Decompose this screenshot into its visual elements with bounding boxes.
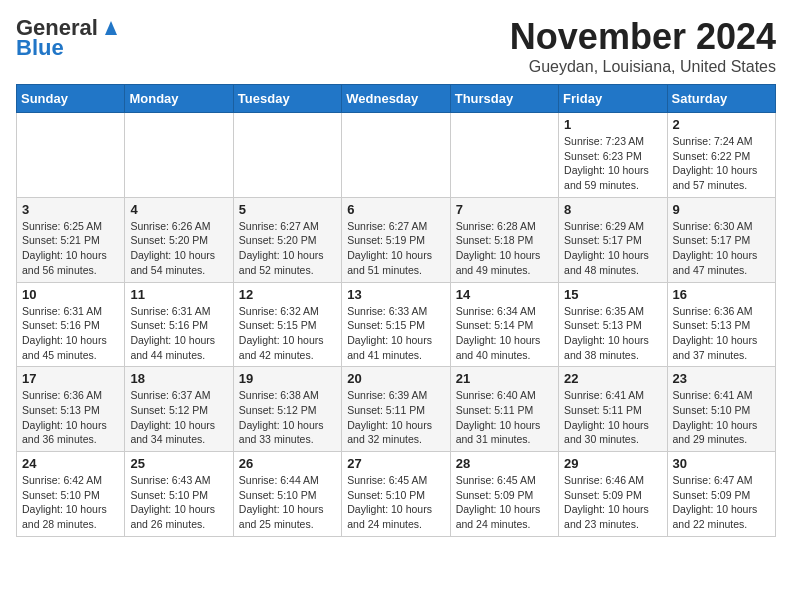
calendar-cell: 25Sunrise: 6:43 AM Sunset: 5:10 PM Dayli…	[125, 452, 233, 537]
day-number: 25	[130, 456, 227, 471]
day-info: Sunrise: 6:41 AM Sunset: 5:11 PM Dayligh…	[564, 388, 661, 447]
day-number: 27	[347, 456, 444, 471]
calendar-cell: 27Sunrise: 6:45 AM Sunset: 5:10 PM Dayli…	[342, 452, 450, 537]
day-number: 16	[673, 287, 770, 302]
weekday-header-monday: Monday	[125, 85, 233, 113]
day-info: Sunrise: 6:31 AM Sunset: 5:16 PM Dayligh…	[130, 304, 227, 363]
day-info: Sunrise: 6:32 AM Sunset: 5:15 PM Dayligh…	[239, 304, 336, 363]
day-number: 24	[22, 456, 119, 471]
day-info: Sunrise: 7:23 AM Sunset: 6:23 PM Dayligh…	[564, 134, 661, 193]
day-info: Sunrise: 6:44 AM Sunset: 5:10 PM Dayligh…	[239, 473, 336, 532]
calendar-cell: 29Sunrise: 6:46 AM Sunset: 5:09 PM Dayli…	[559, 452, 667, 537]
calendar-week-3: 10Sunrise: 6:31 AM Sunset: 5:16 PM Dayli…	[17, 282, 776, 367]
day-info: Sunrise: 6:37 AM Sunset: 5:12 PM Dayligh…	[130, 388, 227, 447]
calendar-week-2: 3Sunrise: 6:25 AM Sunset: 5:21 PM Daylig…	[17, 197, 776, 282]
calendar-cell	[233, 113, 341, 198]
svg-marker-0	[105, 21, 117, 35]
calendar-cell: 20Sunrise: 6:39 AM Sunset: 5:11 PM Dayli…	[342, 367, 450, 452]
day-number: 14	[456, 287, 553, 302]
weekday-header-sunday: Sunday	[17, 85, 125, 113]
calendar-cell	[450, 113, 558, 198]
day-number: 18	[130, 371, 227, 386]
calendar-cell: 4Sunrise: 6:26 AM Sunset: 5:20 PM Daylig…	[125, 197, 233, 282]
calendar-cell: 7Sunrise: 6:28 AM Sunset: 5:18 PM Daylig…	[450, 197, 558, 282]
day-number: 21	[456, 371, 553, 386]
day-info: Sunrise: 6:39 AM Sunset: 5:11 PM Dayligh…	[347, 388, 444, 447]
calendar-cell: 10Sunrise: 6:31 AM Sunset: 5:16 PM Dayli…	[17, 282, 125, 367]
day-info: Sunrise: 7:24 AM Sunset: 6:22 PM Dayligh…	[673, 134, 770, 193]
day-number: 20	[347, 371, 444, 386]
day-number: 1	[564, 117, 661, 132]
day-info: Sunrise: 6:36 AM Sunset: 5:13 PM Dayligh…	[673, 304, 770, 363]
day-info: Sunrise: 6:28 AM Sunset: 5:18 PM Dayligh…	[456, 219, 553, 278]
calendar-cell: 30Sunrise: 6:47 AM Sunset: 5:09 PM Dayli…	[667, 452, 775, 537]
day-number: 23	[673, 371, 770, 386]
calendar-cell: 13Sunrise: 6:33 AM Sunset: 5:15 PM Dayli…	[342, 282, 450, 367]
calendar-cell: 28Sunrise: 6:45 AM Sunset: 5:09 PM Dayli…	[450, 452, 558, 537]
calendar-week-4: 17Sunrise: 6:36 AM Sunset: 5:13 PM Dayli…	[17, 367, 776, 452]
weekday-header-tuesday: Tuesday	[233, 85, 341, 113]
calendar-week-1: 1Sunrise: 7:23 AM Sunset: 6:23 PM Daylig…	[17, 113, 776, 198]
day-number: 5	[239, 202, 336, 217]
calendar-cell: 26Sunrise: 6:44 AM Sunset: 5:10 PM Dayli…	[233, 452, 341, 537]
day-number: 13	[347, 287, 444, 302]
day-number: 6	[347, 202, 444, 217]
day-info: Sunrise: 6:29 AM Sunset: 5:17 PM Dayligh…	[564, 219, 661, 278]
calendar-week-5: 24Sunrise: 6:42 AM Sunset: 5:10 PM Dayli…	[17, 452, 776, 537]
day-number: 28	[456, 456, 553, 471]
calendar-cell: 9Sunrise: 6:30 AM Sunset: 5:17 PM Daylig…	[667, 197, 775, 282]
calendar-table: SundayMondayTuesdayWednesdayThursdayFrid…	[16, 84, 776, 537]
weekday-header-thursday: Thursday	[450, 85, 558, 113]
day-number: 15	[564, 287, 661, 302]
title-section: November 2024 Gueydan, Louisiana, United…	[510, 16, 776, 76]
calendar-cell: 17Sunrise: 6:36 AM Sunset: 5:13 PM Dayli…	[17, 367, 125, 452]
day-info: Sunrise: 6:35 AM Sunset: 5:13 PM Dayligh…	[564, 304, 661, 363]
calendar-cell: 5Sunrise: 6:27 AM Sunset: 5:20 PM Daylig…	[233, 197, 341, 282]
calendar-cell: 3Sunrise: 6:25 AM Sunset: 5:21 PM Daylig…	[17, 197, 125, 282]
day-info: Sunrise: 6:47 AM Sunset: 5:09 PM Dayligh…	[673, 473, 770, 532]
day-info: Sunrise: 6:31 AM Sunset: 5:16 PM Dayligh…	[22, 304, 119, 363]
day-info: Sunrise: 6:46 AM Sunset: 5:09 PM Dayligh…	[564, 473, 661, 532]
calendar-cell: 12Sunrise: 6:32 AM Sunset: 5:15 PM Dayli…	[233, 282, 341, 367]
day-info: Sunrise: 6:40 AM Sunset: 5:11 PM Dayligh…	[456, 388, 553, 447]
calendar-cell: 23Sunrise: 6:41 AM Sunset: 5:10 PM Dayli…	[667, 367, 775, 452]
weekday-header-friday: Friday	[559, 85, 667, 113]
day-info: Sunrise: 6:45 AM Sunset: 5:10 PM Dayligh…	[347, 473, 444, 532]
day-number: 7	[456, 202, 553, 217]
logo-icon	[100, 17, 122, 39]
calendar-cell: 21Sunrise: 6:40 AM Sunset: 5:11 PM Dayli…	[450, 367, 558, 452]
day-info: Sunrise: 6:30 AM Sunset: 5:17 PM Dayligh…	[673, 219, 770, 278]
day-info: Sunrise: 6:38 AM Sunset: 5:12 PM Dayligh…	[239, 388, 336, 447]
location-title: Gueydan, Louisiana, United States	[510, 58, 776, 76]
day-info: Sunrise: 6:27 AM Sunset: 5:19 PM Dayligh…	[347, 219, 444, 278]
weekday-header-saturday: Saturday	[667, 85, 775, 113]
day-number: 30	[673, 456, 770, 471]
month-title: November 2024	[510, 16, 776, 58]
calendar-cell: 16Sunrise: 6:36 AM Sunset: 5:13 PM Dayli…	[667, 282, 775, 367]
calendar-cell: 24Sunrise: 6:42 AM Sunset: 5:10 PM Dayli…	[17, 452, 125, 537]
day-info: Sunrise: 6:36 AM Sunset: 5:13 PM Dayligh…	[22, 388, 119, 447]
calendar-cell: 14Sunrise: 6:34 AM Sunset: 5:14 PM Dayli…	[450, 282, 558, 367]
calendar-header-row: SundayMondayTuesdayWednesdayThursdayFrid…	[17, 85, 776, 113]
weekday-header-wednesday: Wednesday	[342, 85, 450, 113]
calendar-cell: 22Sunrise: 6:41 AM Sunset: 5:11 PM Dayli…	[559, 367, 667, 452]
page-header: General Blue November 2024 Gueydan, Loui…	[16, 16, 776, 76]
day-number: 8	[564, 202, 661, 217]
day-info: Sunrise: 6:45 AM Sunset: 5:09 PM Dayligh…	[456, 473, 553, 532]
day-number: 2	[673, 117, 770, 132]
day-info: Sunrise: 6:27 AM Sunset: 5:20 PM Dayligh…	[239, 219, 336, 278]
day-info: Sunrise: 6:43 AM Sunset: 5:10 PM Dayligh…	[130, 473, 227, 532]
calendar-cell	[342, 113, 450, 198]
day-number: 17	[22, 371, 119, 386]
calendar-cell: 19Sunrise: 6:38 AM Sunset: 5:12 PM Dayli…	[233, 367, 341, 452]
calendar-cell: 18Sunrise: 6:37 AM Sunset: 5:12 PM Dayli…	[125, 367, 233, 452]
logo: General Blue	[16, 16, 122, 60]
day-number: 11	[130, 287, 227, 302]
day-number: 29	[564, 456, 661, 471]
calendar-cell: 1Sunrise: 7:23 AM Sunset: 6:23 PM Daylig…	[559, 113, 667, 198]
day-info: Sunrise: 6:34 AM Sunset: 5:14 PM Dayligh…	[456, 304, 553, 363]
calendar-cell	[125, 113, 233, 198]
day-info: Sunrise: 6:42 AM Sunset: 5:10 PM Dayligh…	[22, 473, 119, 532]
day-number: 19	[239, 371, 336, 386]
day-number: 9	[673, 202, 770, 217]
